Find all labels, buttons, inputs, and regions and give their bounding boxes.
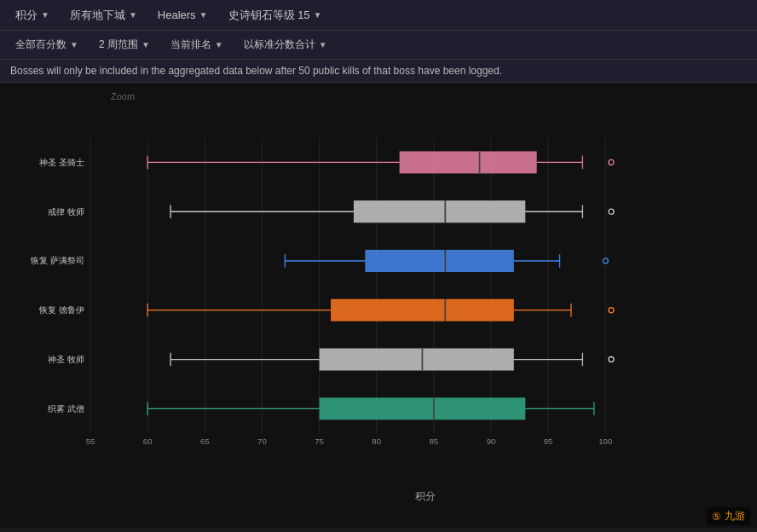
svg-text:75: 75 xyxy=(315,437,324,446)
svg-text:70: 70 xyxy=(257,437,267,446)
chevron-scores-icon: ▼ xyxy=(41,10,49,20)
nav-item-level[interactable]: 史诗钥石等级 15 ▼ xyxy=(220,4,331,26)
svg-rect-40 xyxy=(365,250,514,272)
svg-rect-64 xyxy=(320,397,526,419)
nav-label-dungeons: 所有地下城 xyxy=(70,8,125,23)
svg-text:80: 80 xyxy=(372,437,381,446)
nav-item-all-dungeons[interactable]: 所有地下城 ▼ xyxy=(61,4,146,26)
nav-item-healers[interactable]: Healers ▼ xyxy=(149,5,217,25)
svg-text:恢复 德鲁伊: 恢复 德鲁伊 xyxy=(38,305,84,315)
nav-label-scores: 积分 xyxy=(15,8,38,23)
sub-nav-label-percentiles: 全部百分数 xyxy=(15,38,66,52)
info-bar-text: Bosses will only be included in the aggr… xyxy=(10,65,502,77)
svg-text:神圣 圣骑士: 神圣 圣骑士 xyxy=(39,158,84,167)
sub-nav-label-rank: 当前排名 xyxy=(170,38,211,52)
nav-label-level: 史诗钥石等级 15 xyxy=(228,8,310,23)
sub-nav-label-std: 以标准分数合计 xyxy=(244,38,315,52)
svg-text:60: 60 xyxy=(143,437,153,446)
svg-text:神圣 牧师: 神圣 牧师 xyxy=(48,355,84,364)
nav-item-scores[interactable]: 积分 ▼ xyxy=(7,4,58,26)
sub-nav: 全部百分数 ▼ 2 周范围 ▼ 当前排名 ▼ 以标准分数合计 ▼ xyxy=(0,31,757,60)
chevron-2week-icon: ▼ xyxy=(142,40,150,49)
sub-nav-label-2week: 2 周范围 xyxy=(99,38,138,52)
nav-label-healers: Healers xyxy=(158,9,196,21)
svg-text:85: 85 xyxy=(430,437,439,446)
sub-nav-item-rank[interactable]: 当前排名 ▼ xyxy=(162,34,232,55)
svg-point-50 xyxy=(609,308,614,313)
watermark-text: 九游 xyxy=(725,509,745,523)
chevron-dungeons-icon: ▼ xyxy=(129,10,137,20)
x-title: 积分 xyxy=(415,489,436,504)
sub-nav-item-std[interactable]: 以标准分数合计 ▼ xyxy=(235,34,336,55)
svg-text:恢复 萨满祭司: 恢复 萨满祭司 xyxy=(30,257,84,266)
chevron-level-icon: ▼ xyxy=(314,10,322,20)
chart-svg: 556065707580859095100神圣 圣骑士戒律 牧师恢复 萨满祭司恢… xyxy=(9,108,655,485)
svg-point-26 xyxy=(609,159,614,165)
chart-container: Zoom 556065707580859095100神圣 圣骑士戒律 牧师恢复 … xyxy=(0,83,757,528)
svg-point-34 xyxy=(609,209,614,214)
svg-rect-48 xyxy=(331,299,514,321)
chevron-rank-icon: ▼ xyxy=(215,40,223,49)
svg-text:55: 55 xyxy=(86,437,95,446)
zoom-label: Zoom xyxy=(111,91,135,101)
chevron-percentiles-icon: ▼ xyxy=(70,40,78,49)
svg-rect-56 xyxy=(320,349,514,371)
svg-rect-24 xyxy=(400,151,537,173)
svg-text:织雾 武僧: 织雾 武僧 xyxy=(48,404,84,413)
svg-text:90: 90 xyxy=(487,437,496,446)
chart-area: 556065707580859095100神圣 圣骑士戒律 牧师恢复 萨满祭司恢… xyxy=(102,108,748,485)
watermark-icon: ⑤ xyxy=(712,511,721,523)
watermark: ⑤ 九游 xyxy=(707,507,750,525)
chevron-healers-icon: ▼ xyxy=(199,10,208,20)
svg-text:戒律 牧师: 戒律 牧师 xyxy=(48,207,84,217)
top-nav: 积分 ▼ 所有地下城 ▼ Healers ▼ 史诗钥石等级 15 ▼ xyxy=(0,0,757,31)
svg-rect-32 xyxy=(354,200,525,223)
info-bar: Bosses will only be included in the aggr… xyxy=(0,60,757,83)
svg-point-58 xyxy=(609,357,614,362)
svg-text:100: 100 xyxy=(598,437,612,446)
chevron-std-icon: ▼ xyxy=(319,40,327,49)
svg-text:65: 65 xyxy=(200,437,210,446)
sub-nav-item-2week[interactable]: 2 周范围 ▼ xyxy=(90,34,159,55)
svg-text:95: 95 xyxy=(544,437,553,446)
sub-nav-item-percentiles[interactable]: 全部百分数 ▼ xyxy=(7,34,87,55)
